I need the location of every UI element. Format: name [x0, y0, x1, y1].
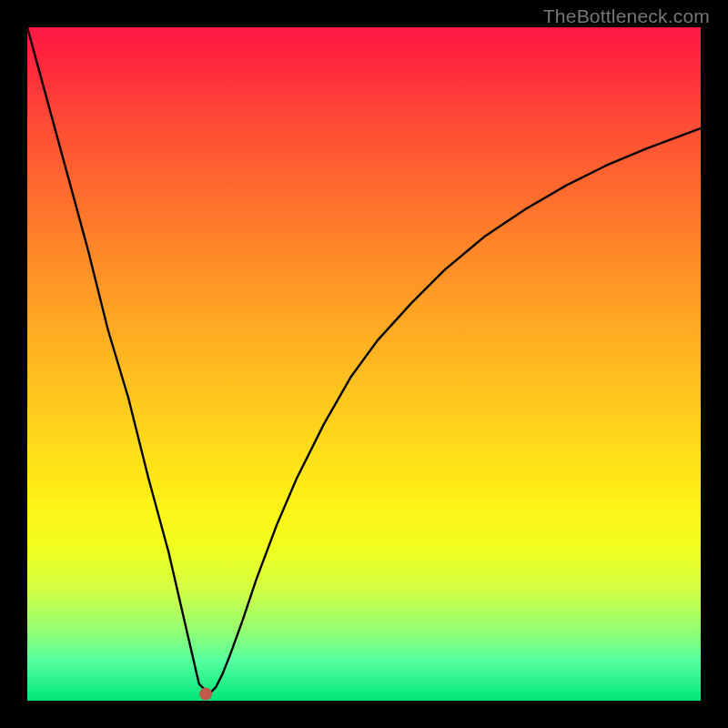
chart-frame: TheBottleneck.com	[0, 0, 728, 728]
watermark-text: TheBottleneck.com	[543, 5, 710, 27]
plot-background-gradient	[27, 27, 701, 701]
